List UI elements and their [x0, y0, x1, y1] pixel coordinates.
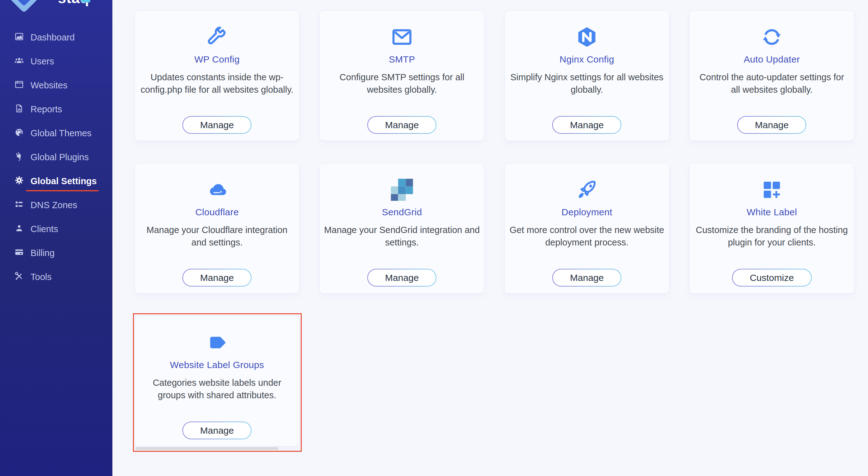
card-wp-config: WP Config Updates constants inside the w… — [134, 10, 300, 141]
card-title: WP Config — [139, 54, 295, 65]
sidebar-item-global-plugins[interactable]: Global Plugins — [0, 145, 113, 169]
auto-updater-manage-button[interactable]: Manage — [737, 116, 806, 134]
card-white-label: White Label Customize the branding of th… — [689, 163, 854, 294]
card-icon — [694, 25, 849, 49]
sidebar-item-dashboard[interactable]: Dashboard — [0, 26, 113, 49]
envelope-icon — [391, 26, 413, 48]
nginx-config-manage-button[interactable]: Manage — [552, 116, 621, 134]
sidebar-item-label: Global Settings — [31, 176, 97, 186]
main-content: WP Config Updates constants inside the w… — [113, 0, 868, 476]
cloudflare-manage-button[interactable]: Manage — [182, 269, 252, 286]
sidebar-item-label: Clients — [31, 224, 58, 234]
card-title: Cloudflare — [139, 207, 295, 217]
card-icon — [324, 178, 480, 202]
credit-card-icon — [14, 247, 24, 257]
card-sendgrid: SendGrid Manage your SendGrid integratio… — [319, 163, 485, 294]
white-label-customize-button[interactable]: Customize — [732, 269, 812, 286]
card-icon — [509, 178, 665, 202]
card-description: Simplify Nginx settings for all websites… — [509, 71, 665, 96]
sidebar-item-label: Global Plugins — [31, 152, 89, 162]
rocket-icon — [575, 178, 598, 201]
browser-icon — [14, 79, 24, 90]
sidebar: staq Dashboard Users Websites — [0, 0, 113, 476]
card-title: SendGrid — [324, 207, 480, 217]
squares-plus-icon — [760, 178, 783, 201]
settings-card-grid: WP Config Updates constants inside the w… — [134, 10, 856, 446]
card-deployment: Deployment Get more control over the new… — [504, 163, 670, 294]
sync-arrows-icon — [760, 26, 783, 48]
sidebar-item-label: Reports — [31, 104, 62, 114]
sidebar-item-billing[interactable]: Billing — [0, 241, 113, 265]
server-list-icon — [14, 199, 24, 209]
sidebar-item-label: Billing — [31, 248, 55, 258]
sidebar-item-tools[interactable]: Tools — [0, 265, 113, 289]
tools-icon — [14, 271, 24, 281]
app-window: staq Dashboard Users Websites — [0, 0, 868, 476]
sidebar-item-websites[interactable]: Websites — [0, 73, 113, 97]
nginx-hexagon-icon — [575, 26, 598, 48]
area-chart-icon — [14, 31, 24, 42]
card-cloudflare: Cloudflare Manage your Cloudflare integr… — [134, 163, 300, 294]
card-description: Manage your Cloudflare integration and s… — [139, 224, 295, 248]
website-label-groups-manage-button[interactable]: Manage — [182, 421, 252, 439]
sidebar-item-reports[interactable]: Reports — [0, 97, 113, 121]
sidebar-menu: Dashboard Users Websites Reports — [0, 19, 113, 289]
wp-config-manage-button[interactable]: Manage — [182, 116, 252, 134]
sidebar-item-global-settings[interactable]: Global Settings — [0, 169, 113, 193]
card-icon — [139, 178, 295, 202]
report-doc-icon — [14, 103, 24, 113]
card-icon — [139, 25, 295, 49]
smtp-manage-button[interactable]: Manage — [367, 116, 436, 134]
card-description: Get more control over the new website de… — [509, 224, 665, 248]
logo-accent-dot — [81, 0, 90, 2]
gear-icon — [14, 175, 24, 185]
sidebar-item-global-themes[interactable]: Global Themes — [0, 121, 113, 145]
pixel-grid-icon — [391, 178, 413, 201]
card-title: Auto Updater — [694, 54, 849, 65]
sendgrid-manage-button[interactable]: Manage — [367, 269, 436, 286]
tag-icon — [206, 331, 228, 354]
wrench-icon — [206, 26, 228, 48]
card-smtp: SMTP Configure SMTP settings for all web… — [319, 10, 485, 141]
plug-icon — [14, 151, 24, 162]
sidebar-item-label: Tools — [31, 272, 52, 282]
sidebar-item-label: DNS Zones — [31, 200, 77, 210]
deployment-manage-button[interactable]: Manage — [552, 269, 621, 286]
card-icon — [324, 25, 480, 49]
sidebar-item-label: Websites — [31, 80, 67, 91]
card-icon — [694, 178, 849, 202]
card-website-label-groups: Website Label Groups Categories website … — [134, 316, 300, 446]
card-title: White Label — [694, 207, 849, 217]
card-description: Updates constants inside the wp-config.p… — [139, 71, 295, 96]
card-description: Configure SMTP settings for all websites… — [324, 71, 480, 96]
sidebar-item-clients[interactable]: Clients — [0, 217, 113, 241]
users-icon — [14, 56, 24, 66]
card-title: Website Label Groups — [139, 360, 295, 370]
card-auto-updater: Auto Updater Control the auto-updater se… — [689, 10, 854, 141]
card-description: Categories website labels under groups w… — [139, 376, 295, 401]
cloud-icon — [206, 178, 228, 201]
brand-logo[interactable]: staq — [0, 0, 113, 19]
card-title: SMTP — [324, 54, 480, 65]
sidebar-item-label: Dashboard — [31, 32, 75, 43]
card-description: Manage your SendGrid integration and set… — [324, 224, 480, 248]
person-icon — [14, 223, 24, 233]
sidebar-item-users[interactable]: Users — [0, 49, 113, 73]
card-title: Deployment — [509, 207, 665, 217]
card-icon — [139, 330, 295, 355]
palette-icon — [14, 127, 24, 137]
sidebar-item-dns-zones[interactable]: DNS Zones — [0, 193, 113, 217]
card-description: Customize the branding of the hosting pl… — [694, 224, 849, 248]
sidebar-item-label: Global Themes — [31, 128, 92, 138]
card-title: Nginx Config — [509, 54, 665, 65]
card-nginx-config: Nginx Config Simplify Nginx settings for… — [504, 10, 670, 141]
card-icon — [509, 25, 665, 49]
horizontal-scrollbar-thumb[interactable] — [135, 447, 278, 450]
card-description: Control the auto-updater settings for al… — [694, 71, 849, 96]
sidebar-item-label: Users — [31, 56, 54, 67]
